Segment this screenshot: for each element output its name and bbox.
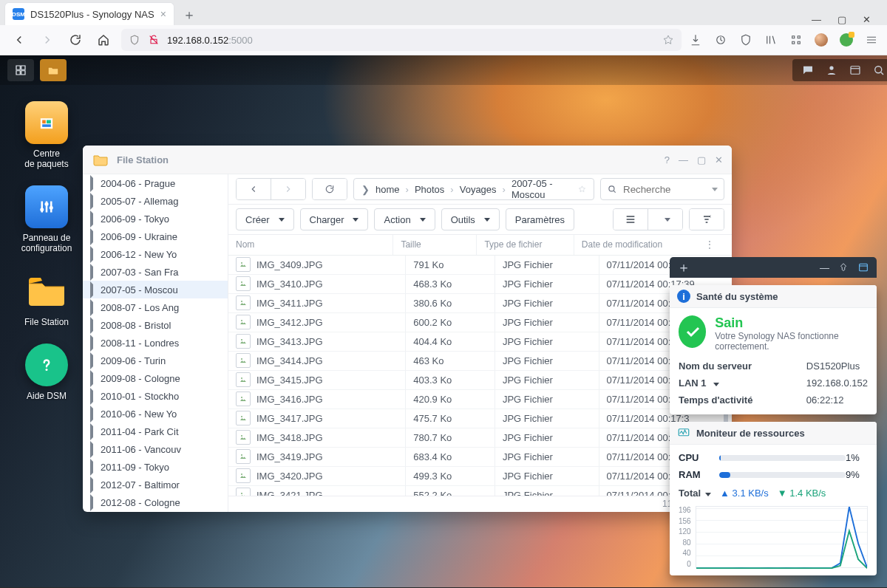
table-row[interactable]: IMG_3417.JPG475.7 KoJPG Fichier07/11/201…: [228, 409, 732, 428]
search-field[interactable]: [622, 183, 706, 196]
extension-badge-icon[interactable]: [840, 33, 853, 47]
new-tab-button[interactable]: ＋: [179, 4, 200, 25]
sort-button[interactable]: [690, 209, 724, 230]
table-row[interactable]: IMG_3414.JPG463 KoJPG Fichier07/11/2014 …: [228, 352, 732, 371]
view-list-button[interactable]: [614, 209, 648, 230]
window-maximize-icon[interactable]: ▢: [837, 14, 846, 25]
tree-item[interactable]: 2008-07 - Los Ang: [83, 298, 228, 316]
tree-item[interactable]: 2007-05 - Moscou: [83, 281, 228, 298]
tree-item[interactable]: 2010-01 - Stockho: [83, 387, 228, 405]
desktop-icon-help[interactable]: Aide DSM: [13, 343, 80, 401]
table-row[interactable]: IMG_3421.JPG552.2 KoJPG Fichier07/11/201…: [228, 486, 732, 496]
window-close-icon[interactable]: ✕: [863, 14, 871, 25]
tree-item[interactable]: 2011-09 - Tokyo: [83, 458, 228, 476]
col-menu-icon[interactable]: ⋮: [698, 235, 726, 255]
tree-item[interactable]: 2006-09 - Ukraine: [83, 228, 228, 245]
tree-item[interactable]: 2005-07 - Allemag: [83, 192, 228, 210]
close-tab-icon[interactable]: ×: [160, 8, 166, 20]
chevron-down-icon[interactable]: [712, 188, 718, 191]
library-icon[interactable]: [764, 33, 778, 47]
window-minimize-icon[interactable]: —: [812, 14, 821, 25]
desktop-icon-file-station[interactable]: File Station: [13, 270, 80, 327]
pin-icon[interactable]: [838, 262, 849, 273]
download-icon[interactable]: [689, 33, 702, 47]
upload-button[interactable]: Charger: [300, 208, 369, 230]
tree-item[interactable]: 2012-08 - Cologne: [83, 493, 228, 511]
tree-item[interactable]: 2006-09 - Tokyo: [83, 210, 228, 228]
widgets-header[interactable]: ＋ —: [670, 257, 877, 278]
search-icon[interactable]: [872, 64, 886, 77]
bookmark-star-icon[interactable]: [662, 34, 674, 46]
table-row[interactable]: IMG_3419.JPG683.4 KoJPG Fichier07/11/201…: [228, 448, 732, 467]
action-button[interactable]: Action: [374, 208, 435, 230]
tree-item[interactable]: 2008-11 - Londres: [83, 334, 228, 352]
hamburger-icon[interactable]: [865, 33, 878, 47]
pin-star-icon[interactable]: [578, 184, 586, 194]
breadcrumb-segment[interactable]: home: [375, 184, 400, 195]
widgets-menu-icon[interactable]: [857, 261, 869, 273]
chart-y-ticks: 19615612080400: [679, 506, 691, 568]
ram-label: RAM: [679, 469, 719, 480]
tree-item[interactable]: 2006-12 - New Yo: [83, 245, 228, 263]
tree-item[interactable]: 2008-08 - Bristol: [83, 316, 228, 334]
table-row[interactable]: IMG_3420.JPG499.3 KoJPG Fichier07/11/201…: [228, 467, 732, 486]
col-date[interactable]: Date de modification: [574, 235, 698, 255]
tree-item[interactable]: 2009-06 - Turin: [83, 352, 228, 369]
home-button[interactable]: [93, 30, 114, 50]
path-forward-button[interactable]: [271, 179, 305, 199]
maximize-icon[interactable]: ▢: [697, 154, 706, 165]
tree-item[interactable]: 2011-04 - Park Cit: [83, 423, 228, 440]
net-total-label[interactable]: Total: [679, 488, 711, 499]
forward-button[interactable]: [37, 30, 58, 50]
app-launcher-button[interactable]: [7, 59, 34, 81]
search-input[interactable]: [600, 178, 724, 200]
col-name[interactable]: Nom: [228, 235, 393, 255]
col-type[interactable]: Type de fichier: [477, 235, 574, 255]
grid-icon[interactable]: [789, 33, 803, 47]
table-row[interactable]: IMG_3409.JPG791 KoJPG Fichier07/11/2014 …: [228, 256, 732, 275]
breadcrumb[interactable]: ❯home › Photos › Voyages › 2007-05 - Mos…: [353, 178, 594, 200]
table-row[interactable]: IMG_3410.JPG468.3 KoJPG Fichier07/11/201…: [228, 275, 732, 294]
help-icon[interactable]: ?: [665, 154, 670, 165]
tree-item[interactable]: 2007-03 - San Fra: [83, 263, 228, 281]
table-row[interactable]: IMG_3413.JPG404.4 KoJPG Fichier07/11/201…: [228, 332, 732, 352]
minimize-icon[interactable]: —: [679, 154, 688, 165]
desktop-icon-package-center[interactable]: Centrede paquets: [13, 101, 80, 169]
reload-button[interactable]: [65, 30, 86, 50]
col-size[interactable]: Taille: [393, 235, 477, 255]
table-row[interactable]: IMG_3411.JPG380.6 KoJPG Fichier07/11/201…: [228, 294, 732, 313]
settings-button[interactable]: Paramètres: [506, 208, 574, 230]
back-button[interactable]: [9, 30, 30, 50]
sync-icon[interactable]: [714, 33, 727, 47]
view-caret-button[interactable]: [648, 209, 682, 230]
widgets-minimize-icon[interactable]: —: [820, 262, 829, 273]
tracking-icon[interactable]: [739, 33, 752, 47]
folder-tree[interactable]: 2004-06 - Prague2005-07 - Allemag2006-09…: [83, 174, 228, 512]
desktop-icon-control-panel[interactable]: Panneau deconfiguration: [13, 185, 80, 253]
tree-item[interactable]: 2010-06 - New Yo: [83, 405, 228, 423]
breadcrumb-segment[interactable]: Voyages: [460, 184, 497, 195]
path-refresh-button[interactable]: [313, 179, 347, 199]
table-row[interactable]: IMG_3416.JPG420.9 KoJPG Fichier07/11/201…: [228, 390, 732, 409]
table-row[interactable]: IMG_3412.JPG600.2 KoJPG Fichier07/11/201…: [228, 313, 732, 332]
table-row[interactable]: IMG_3418.JPG780.7 KoJPG Fichier07/11/201…: [228, 428, 732, 448]
tools-button[interactable]: Outils: [441, 208, 500, 230]
chat-icon[interactable]: [801, 64, 815, 77]
widgets-icon[interactable]: [849, 64, 862, 77]
path-back-button[interactable]: [237, 179, 271, 199]
tree-item[interactable]: 2012-07 - Baltimor: [83, 476, 228, 493]
kv-key[interactable]: LAN 1: [679, 377, 806, 389]
avatar-icon[interactable]: [815, 33, 828, 47]
close-icon[interactable]: ✕: [715, 154, 723, 165]
create-button[interactable]: Créer: [236, 208, 294, 230]
address-bar[interactable]: 192.168.0.152:5000: [121, 29, 682, 51]
table-row[interactable]: IMG_3415.JPG403.3 KoJPG Fichier07/11/201…: [228, 371, 732, 390]
tree-item[interactable]: 2004-06 - Prague: [83, 174, 228, 192]
tree-item[interactable]: 2011-06 - Vancouv: [83, 440, 228, 458]
breadcrumb-segment[interactable]: Photos: [415, 184, 444, 195]
user-icon[interactable]: [825, 64, 838, 77]
breadcrumb-segment[interactable]: 2007-05 - Moscou: [512, 178, 572, 200]
browser-tab[interactable]: DSM DS1520Plus - Synology NAS ×: [4, 2, 174, 25]
tree-item[interactable]: 2009-08 - Cologne: [83, 369, 228, 387]
open-file-station-button[interactable]: [40, 59, 67, 81]
